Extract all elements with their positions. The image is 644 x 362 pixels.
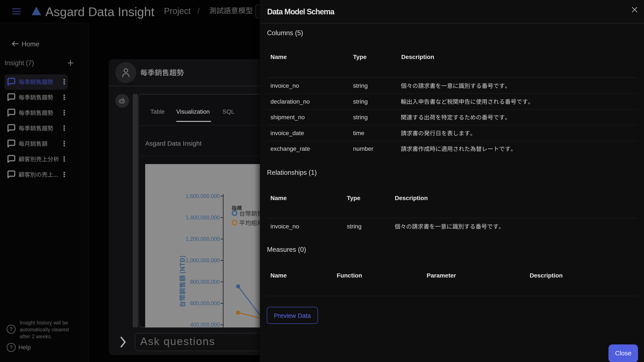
svg-text:?: ? — [10, 326, 13, 332]
svg-text:?: ? — [10, 344, 13, 350]
